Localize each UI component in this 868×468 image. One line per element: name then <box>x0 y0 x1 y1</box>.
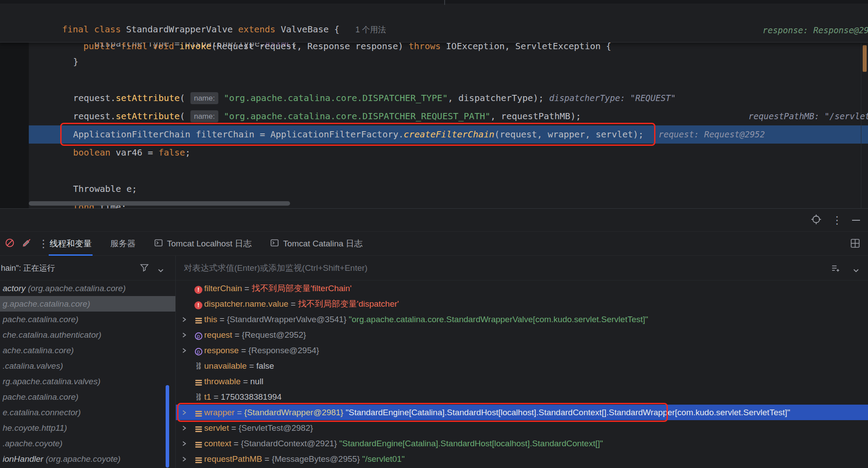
tool-window-header: ⋮ <box>0 209 868 232</box>
error-icon: ! <box>193 296 204 312</box>
variables-tree: !filterChain = 找不到局部变量'filterChain'!disp… <box>176 281 868 468</box>
field-icon <box>193 374 204 389</box>
chevron-down-icon[interactable] <box>853 266 859 274</box>
variable-row[interactable]: context = {StandardContext@2921} "Standa… <box>176 436 868 451</box>
field-icon <box>193 452 204 467</box>
frame-row[interactable]: he.coyote.http11) <box>0 420 175 436</box>
frame-row[interactable]: e.catalina.connector) <box>0 405 175 420</box>
code-line: request.setAttribute( name: "org.apache.… <box>73 89 544 107</box>
chevron-right-icon[interactable] <box>182 405 193 420</box>
debugger-inline-hint: requestPathMB: "/servlet01" <box>748 107 868 125</box>
chevron-right-icon[interactable] <box>182 312 193 327</box>
variable-row[interactable]: requestPathMB = {MessageBytes@2955} "/se… <box>176 451 868 467</box>
param-icon: p <box>193 343 204 358</box>
target-icon[interactable] <box>810 214 822 227</box>
debugger-inline-hint: request: Request@2952 <box>659 125 765 144</box>
chevron-right-icon[interactable] <box>182 328 193 343</box>
tab-tomcat-localhost-log[interactable]: Tomcat Localhost 日志 <box>153 232 252 256</box>
code-line: boolean var46 = false; <box>73 144 190 162</box>
tab-tomcat-catalina-log[interactable]: Tomcat Catalina 日志 <box>269 232 364 256</box>
hide-icon[interactable] <box>852 220 860 221</box>
chevron-right-icon[interactable] <box>182 343 193 358</box>
field-icon <box>193 405 204 420</box>
prim-icon: 1010 <box>193 359 204 374</box>
code-line: request.setAttribute( name: "org.apache.… <box>73 107 581 125</box>
frame-row[interactable]: che.catalina.authenticator) <box>0 327 175 343</box>
variable-row[interactable]: !filterChain = 找不到局部变量'filterChain' <box>176 281 868 296</box>
field-icon <box>193 436 204 451</box>
editor-gutter <box>0 43 29 208</box>
frame-row[interactable]: .catalina.valves) <box>0 358 175 374</box>
field-icon <box>193 421 204 436</box>
variable-row[interactable]: 1010t1 = 1750338381994 <box>176 389 868 405</box>
frame-row[interactable]: actory (org.apache.catalina.core) <box>0 281 175 296</box>
editor-scrollbar-track <box>861 43 861 208</box>
console-icon <box>270 238 279 250</box>
variable-row[interactable]: wrapper = {StandardWrapper@2981} "Standa… <box>176 405 868 420</box>
evaluate-input[interactable]: 对表达式求值(Enter)或添加监视(Ctrl+Shift+Enter) <box>184 256 368 281</box>
debugger-inline-hint: dispatcherType: "REQUEST" <box>549 89 676 107</box>
prim-icon: 1010 <box>193 390 204 405</box>
frame-row[interactable]: g.apache.catalina.core) <box>0 296 175 312</box>
debugger-inline-hint: response: Response@2954 <box>763 22 868 38</box>
variable-row[interactable]: presponse = {Response@2954} <box>176 343 868 358</box>
thread-selector-bar: hain": 正在运行 <box>0 256 175 281</box>
frame-row[interactable]: .apache.coyote) <box>0 436 175 451</box>
frames-scrollbar-thumb[interactable] <box>166 385 169 468</box>
more-options-icon[interactable]: ⋮ <box>832 215 842 226</box>
more-options-icon[interactable]: ⋮ <box>38 238 49 249</box>
horizontal-scrollbar-thumb[interactable] <box>29 201 290 206</box>
window-divider-tick <box>444 0 445 5</box>
error-icon: ! <box>193 281 204 296</box>
variable-row[interactable]: throwable = null <box>176 374 868 389</box>
frame-row[interactable]: pache.catalina.core) <box>0 389 175 405</box>
layout-settings-icon[interactable] <box>850 238 860 250</box>
evaluate-expression-bar: 对表达式求值(Enter)或添加监视(Ctrl+Shift+Enter) <box>176 256 868 281</box>
mute-breakpoints-icon[interactable] <box>4 238 15 250</box>
chevron-right-icon[interactable] <box>182 436 193 451</box>
filter-icon[interactable] <box>140 264 149 273</box>
frame-row[interactable]: ache.catalina.core) <box>0 343 175 358</box>
frame-row[interactable]: rg.apache.catalina.valves) <box>0 374 175 389</box>
debug-tool-window: ⋮ ⋮ 线程和变量 服务器 Tomcat Localhost 日志 Tomcat… <box>0 208 868 468</box>
console-icon <box>154 238 163 250</box>
variable-row[interactable]: this = {StandardWrapperValve@3541} "org.… <box>176 312 868 327</box>
variable-row[interactable]: servlet = {ServletTest@2982} <box>176 420 868 436</box>
frame-row[interactable]: pache.catalina.core) <box>0 312 175 327</box>
param-icon: p <box>193 328 204 343</box>
thread-status[interactable]: hain": 正在运行 <box>1 256 55 281</box>
variable-row[interactable]: 1010unavailable = false <box>176 358 868 374</box>
chevron-right-icon[interactable] <box>182 421 193 436</box>
code-line-execution: ApplicationFilterChain filterChain = App… <box>73 125 643 144</box>
editor-sticky-context: final class StandardWrapperValve extends… <box>0 0 868 43</box>
variable-row[interactable]: prequest = {Request@2952} <box>176 327 868 343</box>
chevron-down-icon[interactable] <box>158 266 164 274</box>
code-line: Throwable e; <box>73 180 137 198</box>
frame-row[interactable]: ionHandler (org.apache.coyote) <box>0 451 175 467</box>
window-top-strip <box>0 0 868 4</box>
debug-tabs-bar: ⋮ 线程和变量 服务器 Tomcat Localhost 日志 Tomcat C… <box>0 232 868 256</box>
code-line: } <box>73 53 78 71</box>
variable-row[interactable]: !dispatcher.name.value = 找不到局部变量'dispatc… <box>176 296 868 312</box>
context-line-class: final class StandardWrapperValve extends… <box>30 5 386 21</box>
frames-list: actory (org.apache.catalina.core)g.apach… <box>0 281 175 468</box>
field-icon <box>193 312 204 327</box>
edit-disabled-icon[interactable] <box>21 238 32 250</box>
add-watch-icon[interactable] <box>831 264 841 274</box>
chevron-right-icon[interactable] <box>182 452 193 467</box>
editor-scrollbar-marker[interactable] <box>863 45 867 72</box>
tab-server[interactable]: 服务器 <box>109 232 136 256</box>
tab-threads-variables[interactable]: 线程和变量 <box>49 232 93 256</box>
code-editor: dispatcherType = DispatcherType.ASYNC; }… <box>0 0 868 208</box>
context-line-method: public final void invoke(Request request… <box>51 22 611 38</box>
